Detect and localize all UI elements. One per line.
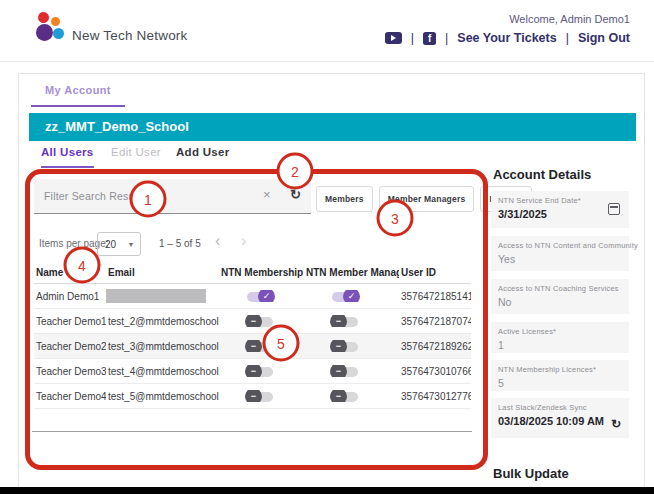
membership-toggle[interactable]: − [247, 367, 273, 377]
membership-toggle[interactable]: ✓ [247, 292, 273, 302]
link-separator: | [566, 31, 569, 45]
membership-toggle[interactable]: − [247, 317, 273, 327]
link-separator: | [411, 31, 414, 45]
cell-email: test_5@mmtdemoschool.org [106, 391, 219, 402]
cell-name: Teacher Demo3 [34, 366, 106, 377]
page: New Tech Network Welcome, Admin Demo1 | … [0, 0, 654, 495]
field-value: 03/18/2025 10:09 AM [498, 415, 622, 427]
cell-name: Teacher Demo1 [34, 316, 106, 327]
col-header-name: Name [34, 267, 106, 278]
toggle-knob: − [245, 390, 262, 401]
cell-user-id: 35764721851412 [399, 291, 471, 302]
account-details-title: Account Details [493, 167, 591, 182]
logo-dot-red [36, 10, 50, 24]
school-banner: zz_MMT_Demo_School [29, 113, 636, 141]
logo-dot-purple [36, 24, 53, 41]
col-header-user-id: User ID [399, 267, 471, 278]
brand-name: New Tech Network [72, 28, 188, 43]
toggle-knob: − [330, 340, 347, 351]
page-size-select[interactable]: 20 ▾ [97, 232, 141, 256]
cell-name: Teacher Demo2 [34, 341, 106, 352]
filter-search-label: Filter Search Results [44, 190, 146, 202]
table-row: Teacher Demo2 test_3@mmtdemoschool.org −… [34, 334, 471, 359]
field-label: Access to NTN Coaching Services [498, 284, 622, 293]
previous-page-icon[interactable]: ‹ [215, 232, 220, 250]
member-managers-button[interactable]: Member Managers [379, 186, 475, 212]
toggle-knob: − [245, 340, 262, 351]
logo-dot-blue [53, 28, 64, 39]
content-community-field: Access to NTN Content and Community Yes [491, 236, 629, 271]
service-end-date-field[interactable]: NTN Service End Date* 3/31/2025 [491, 191, 629, 228]
bottom-border-bar [0, 487, 654, 494]
field-value: Yes [498, 253, 622, 265]
member-manager-toggle[interactable]: − [332, 392, 358, 402]
cell-email: test_2@mmtdemoschool.org [106, 316, 219, 327]
toggle-knob: − [330, 365, 347, 376]
last-sync-field: Last Slack/Zendesk Sync 03/18/2025 10:09… [491, 398, 629, 438]
table-header-row: Name Email NTN Membership NTN Member Man… [34, 262, 471, 284]
toggle-knob: − [245, 315, 262, 326]
toggle-knob: − [245, 365, 262, 376]
next-page-icon[interactable]: › [241, 232, 246, 250]
redacted-email [106, 289, 206, 303]
tab-all-users[interactable]: All Users [41, 146, 94, 168]
table-row: Admin Demo1 ✓ ✓ 35764721851412 [34, 284, 471, 309]
table-row: Teacher Demo3 test_4@mmtdemoschool.org −… [34, 359, 471, 384]
cell-email: test_3@mmtdemoschool.org [106, 341, 219, 352]
ntn-logo [36, 10, 66, 50]
table-row: Teacher Demo1 test_2@mmtdemoschool.org −… [34, 309, 471, 334]
toggle-knob: − [330, 315, 347, 326]
app-header: New Tech Network Welcome, Admin Demo1 | … [0, 0, 654, 62]
member-manager-toggle[interactable]: − [332, 367, 358, 377]
field-value: 5 [498, 377, 622, 389]
sync-icon[interactable]: ↻ [611, 417, 621, 431]
toggle-knob: − [330, 390, 347, 401]
members-button[interactable]: Members [316, 186, 373, 212]
active-licenses-field: Active Licenses* 1 [491, 322, 629, 353]
filter-search-input[interactable]: Filter Search Results × ↻ [34, 179, 311, 214]
calendar-icon[interactable] [608, 203, 620, 215]
page-range-label: 1 – 5 of 5 [159, 238, 201, 249]
paginator: Items per page: 20 ▾ 1 – 5 of 5 ‹ › [19, 229, 489, 257]
tab-edit-user[interactable]: Edit User [111, 146, 161, 158]
bulk-update-title: Bulk Update [493, 466, 569, 481]
col-header-member-manager: NTN Member Manager [304, 267, 399, 278]
cell-user-id: 35764721892628 [399, 341, 471, 352]
cell-user-id: 35764730107668 [399, 366, 471, 377]
tab-add-user[interactable]: Add User [176, 146, 230, 158]
tab-my-account[interactable]: My Account [31, 82, 125, 107]
coaching-services-field: Access to NTN Coaching Services No [491, 279, 629, 314]
main-card: My Account zz_MMT_Demo_School All Users … [18, 73, 645, 487]
membership-licences-field: NTN Membership Licences* 5 [491, 360, 629, 391]
users-table: Name Email NTN Membership NTN Member Man… [34, 262, 471, 409]
col-header-email: Email [106, 267, 219, 278]
table-row: Teacher Demo4 test_5@mmtdemoschool.org −… [34, 384, 471, 409]
col-header-membership: NTN Membership [219, 267, 304, 278]
field-label: Access to NTN Content and Community [498, 241, 622, 250]
toggle-knob: ✓ [258, 290, 275, 301]
field-value: No [498, 296, 622, 308]
cell-email: test_4@mmtdemoschool.org [106, 366, 219, 377]
membership-toggle[interactable]: − [247, 342, 273, 352]
cell-name: Admin Demo1 [34, 291, 106, 302]
member-manager-toggle[interactable]: − [332, 342, 358, 352]
member-manager-toggle[interactable]: − [332, 317, 358, 327]
clear-icon[interactable]: × [263, 187, 271, 202]
field-label: NTN Service End Date* [498, 196, 622, 205]
member-manager-toggle[interactable]: ✓ [332, 292, 358, 302]
page-size-value: 20 [105, 239, 116, 250]
youtube-icon[interactable] [385, 32, 402, 44]
refresh-icon[interactable]: ↻ [290, 187, 301, 202]
field-value: 3/31/2025 [498, 208, 622, 220]
header-links: | f | See Your Tickets | Sign Out [385, 31, 630, 45]
welcome-text: Welcome, Admin Demo1 [509, 13, 630, 25]
logo-dot-orange [51, 17, 60, 26]
facebook-icon[interactable]: f [423, 32, 436, 45]
cell-user-id: 35764721870740 [399, 316, 471, 327]
see-your-tickets-link[interactable]: See Your Tickets [457, 31, 556, 45]
field-label: Active Licenses* [498, 327, 622, 336]
sign-out-link[interactable]: Sign Out [578, 31, 630, 45]
membership-toggle[interactable]: − [247, 392, 273, 402]
chevron-down-icon: ▾ [129, 240, 133, 249]
field-value: 1 [498, 339, 622, 351]
